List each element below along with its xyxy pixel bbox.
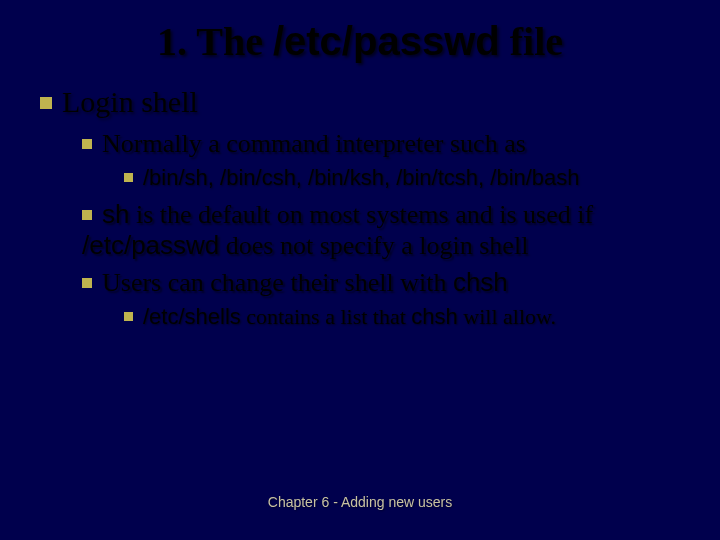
bullet-level-3: /etc/shells contains a list that chsh wi… (124, 304, 690, 330)
bullet-level-2: Normally a command interpreter such as (82, 129, 690, 159)
lvl3-2-code1: /etc/shells (143, 304, 241, 329)
lvl2-2-mid: is the default on most systems and is us… (129, 200, 593, 229)
lvl3-2-mid: contains a list that (241, 304, 411, 329)
lvl2-2-post: does not specify a login shell (219, 231, 528, 260)
slide-footer: Chapter 6 - Adding new users (0, 494, 720, 510)
lvl3-2-post: will allow. (458, 304, 556, 329)
slide-body: Login shell Normally a command interpret… (0, 85, 720, 330)
square-bullet-icon (82, 278, 92, 288)
title-post: file (500, 19, 563, 64)
lvl2-3-code: chsh (453, 267, 508, 297)
lvl3-1-text: /bin/sh, /bin/csh, /bin/ksh, /bin/tcsh, … (143, 165, 580, 190)
square-bullet-icon (40, 97, 52, 109)
title-pre: 1. The (157, 19, 273, 64)
lvl2-3-pre: Users can change their shell with (102, 268, 453, 297)
square-bullet-icon (82, 210, 92, 220)
slide-title: 1. The /etc/passwd file (0, 0, 720, 85)
bullet-level-3: /bin/sh, /bin/csh, /bin/ksh, /bin/tcsh, … (124, 165, 690, 191)
square-bullet-icon (124, 173, 133, 182)
lvl2-2-code1: sh (102, 199, 129, 229)
bullet-level-1: Login shell (40, 85, 690, 119)
lvl2-1-text: Normally a command interpreter such as (102, 129, 526, 158)
bullet-level-2: Users can change their shell with chsh (82, 267, 690, 298)
lvl2-2-code2: /etc/passwd (82, 230, 219, 260)
square-bullet-icon (82, 139, 92, 149)
bullet-level-2: sh is the default on most systems and is… (82, 199, 690, 261)
square-bullet-icon (124, 312, 133, 321)
slide: 1. The /etc/passwd file Login shell Norm… (0, 0, 720, 540)
lvl3-2-code2: chsh (411, 304, 457, 329)
lvl1-text: Login shell (62, 85, 198, 118)
title-code: /etc/passwd (273, 19, 500, 63)
